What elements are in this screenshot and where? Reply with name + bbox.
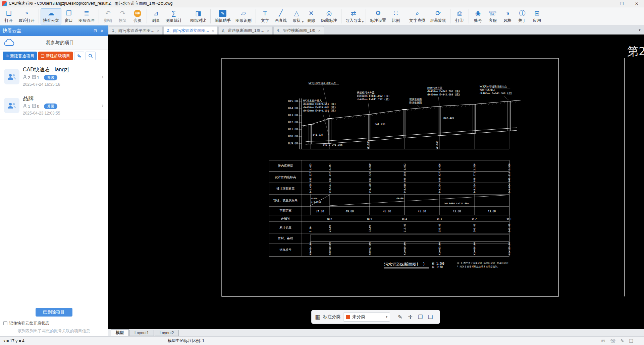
toolbar-delete[interactable]: ✕删除 <box>304 8 319 24</box>
project-card-2[interactable]: 品牌 1 0升级2025-04-23 12:03:55› <box>0 91 108 120</box>
search-projects-button[interactable] <box>86 52 96 60</box>
leader-annotation: 预留污水接口 <box>480 88 495 91</box>
toolbar-window[interactable]: ❒窗口 <box>61 8 76 24</box>
elevation-label: 841.00 <box>288 128 298 131</box>
leader-annotation: dk400mm E=840.101 (底) <box>303 109 336 112</box>
layout-tab-layout2[interactable]: Layout2 <box>155 330 179 336</box>
close-panel-icon[interactable]: ✕ <box>99 28 105 33</box>
toolbar-scale[interactable]: ∷比例 <box>388 8 403 24</box>
upgrade-badge[interactable]: 升级 <box>44 104 57 109</box>
toolbar-measure[interactable]: ⊿测量 <box>149 8 163 24</box>
table-row-label: 设计管内底标高 <box>275 176 296 179</box>
toolbar-layers[interactable]: ≣图层管理 <box>76 8 97 24</box>
distance-value: 43.00 <box>418 210 426 213</box>
toolbar-measure-stats[interactable]: ∑测量统计 <box>163 8 184 24</box>
toolbar-redo[interactable]: ↷恢复 <box>115 8 130 24</box>
stake-number: K1+096.00 <box>473 242 476 255</box>
toolbar-screen-rotate[interactable]: ⟳屏幕旋转 <box>428 8 448 24</box>
new-super-project-button[interactable]: ❑ 新建超级项目 <box>38 52 73 60</box>
paste-annotation-icon[interactable]: ❏ <box>426 313 435 321</box>
deleted-projects-button[interactable]: 已删除项目 <box>36 308 72 317</box>
toolbar-shape-recognition[interactable]: ▱图形识别 <box>233 8 254 24</box>
new-normal-project-label: 新建普通项目 <box>10 53 34 59</box>
doc-tab-1[interactable]: 1、雨污水管道平面图…× <box>109 26 163 34</box>
toolbar-cloud-drive[interactable]: ☁快看云盘 <box>41 8 61 24</box>
table-row-label: 管材、基础 <box>278 236 293 240</box>
tab-list-dropdown-icon[interactable]: ▼ <box>636 28 643 32</box>
toolbar-draw-line[interactable]: ╱画直线 <box>272 8 289 24</box>
file-count: 1 <box>32 75 39 80</box>
toolbar-text[interactable]: T文字 <box>258 8 272 24</box>
stake-number: K1+139.00 <box>508 242 511 255</box>
toolbar-text-search[interactable]: ⌕文字查找 <box>407 8 428 24</box>
layout-tab-模型[interactable]: 模型 <box>111 329 129 336</box>
feedback-icon[interactable]: ✎ <box>621 338 625 344</box>
move-annotation-icon[interactable]: ✛ <box>406 313 415 321</box>
cad-text: dk400 <box>396 197 404 200</box>
minimize-button[interactable]: – <box>600 0 614 7</box>
toolbar-open-file[interactable]: ❏打开 <box>1 8 16 24</box>
window-title: CAD快速看图 - C:\Users\liangzj\Desktop\conve… <box>9 1 172 6</box>
window-mode-icon[interactable]: ❒ <box>629 338 633 344</box>
remember-checkbox[interactable] <box>3 321 7 325</box>
toolbar-drawing-compare[interactable]: ◨图纸对比 <box>188 8 209 24</box>
distance-value: 43.00 <box>488 210 496 213</box>
toolbar-separator <box>147 9 147 23</box>
project-name: 品牌 <box>23 95 99 102</box>
edit-annotation-icon[interactable]: ✎ <box>396 313 405 321</box>
toolbar-import-export[interactable]: ⇄导入导出▾ <box>343 8 364 24</box>
cad-canvas[interactable]: 第2845.00844.00843.00842.00841.00840.0083… <box>108 34 644 329</box>
elevation-callout: 841.738 <box>375 123 385 126</box>
invert-elevation: 839.347 <box>329 172 331 182</box>
toolbar-account[interactable]: ◉账号 <box>471 8 485 24</box>
toolbar-recent-files[interactable]: ◔最近打开 <box>16 8 37 24</box>
invert-elevation: 839.227 <box>309 172 312 182</box>
toolbar-about[interactable]: ⓘ关于 <box>515 8 530 24</box>
project-card-1[interactable]: CAD快速看...iangzj 2 1升级2025-07-24 16:35:16… <box>0 62 108 91</box>
toolbar-undo[interactable]: ↶撤销 <box>101 8 115 24</box>
service-icon[interactable]: ☏ <box>610 338 616 344</box>
toolbar-hide-annotations[interactable]: ◎隐藏标注 <box>319 8 339 24</box>
doc-tab-4[interactable]: 4、管位横断面图_1页× <box>273 26 324 34</box>
chevron-right-icon[interactable]: › <box>101 101 104 109</box>
search-icon <box>88 53 93 59</box>
toolbar-edit-assistant[interactable]: ✎编辑助手 <box>212 8 233 24</box>
toolbar-style[interactable]: ◑风格 <box>500 8 515 24</box>
close-tab-icon[interactable]: × <box>157 28 160 33</box>
close-tab-icon[interactable]: × <box>318 28 321 33</box>
table-row-label: 井编号 <box>281 217 290 220</box>
doc-tab-3[interactable]: 3、道路纵断面图_1页…× <box>218 26 273 34</box>
cumulative-length: 202.00 <box>473 224 476 232</box>
annotation-grid-icon[interactable]: ▦ <box>315 314 320 321</box>
chevron-right-icon[interactable]: › <box>101 73 104 80</box>
close-button[interactable]: ✕ <box>629 0 644 7</box>
toolbar-print[interactable]: ⎙打印 <box>452 8 467 24</box>
category-dropdown[interactable]: 未分类 ▾ <box>343 313 390 322</box>
distance-value: 43.00 <box>383 210 391 213</box>
pin-panel-icon[interactable]: ⊡ <box>92 28 98 33</box>
toolbar-annotation-settings[interactable]: ⚙标注设置 <box>368 8 388 24</box>
project-date: 2025-04-23 12:03:55 <box>23 111 99 116</box>
toolbar-separator <box>39 9 39 23</box>
vip-icon: VIP <box>134 10 141 17</box>
file-count-icon <box>32 104 36 108</box>
message-icon[interactable]: ✉ <box>601 338 605 344</box>
member-count-icon <box>23 75 27 79</box>
toolbar-separator <box>210 9 211 23</box>
maximize-button[interactable]: ❒ <box>614 0 629 7</box>
depth-value: 2.426 <box>438 163 441 170</box>
toolbar-service[interactable]: ☏客服 <box>485 8 500 24</box>
refresh-projects-button[interactable] <box>74 52 84 60</box>
toolbar-separator <box>366 9 366 23</box>
doc-tab-2[interactable]: 2、雨污水管道立面图…× <box>163 26 217 34</box>
close-tab-icon[interactable]: × <box>212 28 214 33</box>
toolbar-apps[interactable]: ⊞应用 <box>530 8 544 24</box>
new-normal-project-button[interactable]: ⊕ 新建普通项目 <box>3 52 37 60</box>
toolbar-shapes[interactable]: △形状▾ <box>289 8 304 24</box>
layout-tab-layout1[interactable]: Layout1 <box>129 330 154 336</box>
toolbar-vip[interactable]: VIP会员 <box>130 8 145 24</box>
close-tab-icon[interactable]: × <box>267 28 270 33</box>
upgrade-badge[interactable]: 升级 <box>44 75 57 80</box>
copy-annotation-icon[interactable]: ❐ <box>416 313 425 321</box>
caret-down-icon: ▾ <box>362 20 364 23</box>
